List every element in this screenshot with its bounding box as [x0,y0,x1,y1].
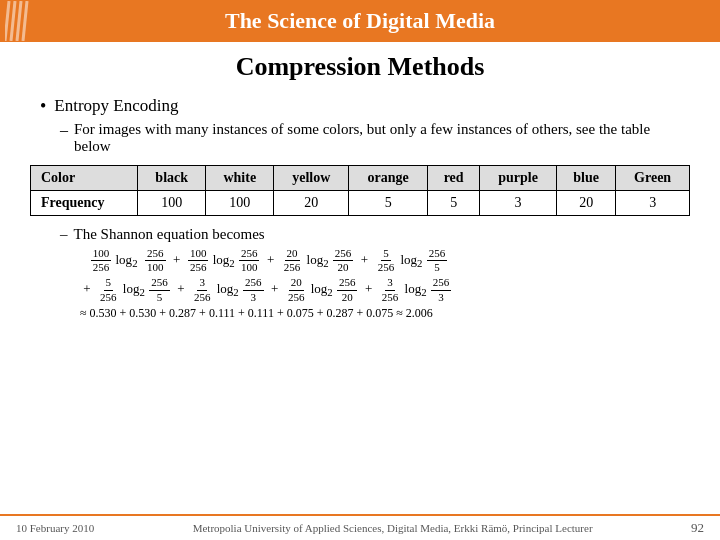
cell-red: 5 [428,191,480,216]
frac-256-3-1: 256 3 [243,276,264,303]
frac-100-256-1: 100 256 [91,247,112,274]
col-header-black: black [138,166,206,191]
svg-line-0 [5,1,9,41]
cell-orange: 5 [349,191,428,216]
formula-line-1: 100 256 log2 ⁡ 256 100 + 100 256 log2 25… [80,247,660,274]
slide-header: The Science of Digital Media [0,0,720,42]
svg-line-2 [17,1,21,41]
main-content: Compression Methods • Entropy Encoding –… [0,42,720,321]
frac-20-256-1: 20 256 [282,247,303,274]
frac-256-100-2: 256 100 [239,247,260,274]
table-row-frequency: Frequency 100 100 20 5 5 3 20 3 [31,191,690,216]
cell-green: 3 [616,191,690,216]
bullet-entropy-label: Entropy Encoding [54,96,178,116]
frac-256-100-1: 256 100 [145,247,166,274]
shannon-dash: – [60,226,68,243]
bullet-dot: • [40,96,46,117]
sub-bullet-description: – For images with many instances of some… [60,121,690,155]
footer-date: 10 February 2010 [16,522,94,534]
table-header-row: Color black white yellow orange red purp… [31,166,690,191]
frac-100-256-2: 100 256 [188,247,209,274]
header-stripe-icon [0,0,40,42]
color-frequency-table: Color black white yellow orange red purp… [30,165,690,216]
frac-20-256-2: 20 256 [286,276,307,303]
col-header-yellow: yellow [274,166,349,191]
approx-line: ≈ 0.530 + 0.530 + 0.287 + 0.111 + 0.111 … [80,306,660,321]
col-header-green: Green [616,166,690,191]
cell-purple: 3 [480,191,557,216]
col-header-blue: blue [557,166,616,191]
sub-bullet-text: For images with many instances of some c… [74,121,690,155]
col-header-red: red [428,166,480,191]
cell-black: 100 [138,191,206,216]
col-header-purple: purple [480,166,557,191]
cell-blue: 20 [557,191,616,216]
frac-256-5-2: 256 5 [149,276,170,303]
footer-page: 92 [691,520,704,536]
cell-white: 100 [206,191,274,216]
frac-5-256-1: 5 256 [376,247,397,274]
frac-5-256-2: 5 256 [98,276,119,303]
bullet-entropy: • Entropy Encoding [40,96,690,117]
frac-256-3-2: 256 3 [431,276,452,303]
frac-256-20-2: 256 20 [337,276,358,303]
footer: 10 February 2010 Metropolia University o… [0,514,720,540]
frac-3-256-2: 3 256 [380,276,401,303]
frac-256-20-1: 256 20 [333,247,354,274]
col-header-orange: orange [349,166,428,191]
shannon-label-text: The Shannon equation becomes [74,226,265,243]
math-formula-area: 100 256 log2 ⁡ 256 100 + 100 256 log2 25… [60,247,660,321]
col-header-color: Color [31,166,138,191]
slide-title: Compression Methods [30,52,690,82]
row-label-frequency: Frequency [31,191,138,216]
frac-3-256-1: 3 256 [192,276,213,303]
footer-institution: Metropolia University of Applied Science… [94,522,691,534]
color-frequency-table-wrapper: Color black white yellow orange red purp… [30,165,690,216]
shannon-label: – The Shannon equation becomes [60,226,690,243]
formula-line-2: + 5 256 log2 256 5 + 3 256 log2 256 3 + [80,276,660,303]
col-header-white: white [206,166,274,191]
cell-yellow: 20 [274,191,349,216]
frac-256-5-1: 256 5 [427,247,448,274]
header-title: The Science of Digital Media [225,8,495,34]
svg-line-1 [11,1,15,41]
svg-line-3 [23,1,27,41]
sub-bullet-dash: – [60,121,68,139]
